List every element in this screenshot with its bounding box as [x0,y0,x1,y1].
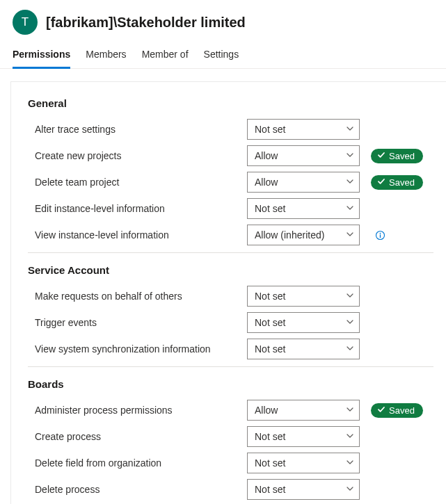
permission-select[interactable]: Not set [247,339,360,359]
permissions-panel: GeneralAlter trace settingsNot setCreate… [10,81,446,504]
permission-label: View system synchronization information [28,339,240,359]
permission-row: Create processNot set [28,423,433,450]
svg-point-1 [380,232,381,234]
section: Alter trace settingsNot setCreate new pr… [28,116,433,253]
permission-label: Create new projects [28,146,240,165]
permission-select[interactable]: Not set [247,426,360,447]
permission-select-value[interactable]: Not set [247,426,360,447]
svg-rect-2 [380,234,381,238]
permission-label: Delete process [28,480,240,499]
permission-select-value[interactable]: Allow [247,172,360,193]
permission-row: Alter trace settingsNot set [28,116,433,143]
permission-label: View instance-level information [28,225,240,245]
saved-badge: Saved [371,149,423,163]
section-title: Service Account [28,264,433,276]
permission-row: Create new projectsAllowSaved [28,143,433,169]
permission-row: Delete team projectAllowSaved [28,169,433,195]
saved-badge: Saved [371,403,423,418]
permission-select-value[interactable]: Not set [247,119,360,140]
permission-select[interactable]: Not set [247,312,360,333]
permission-select[interactable]: Not set [247,198,360,219]
avatar: T [13,10,38,35]
permission-select-value[interactable]: Allow (inherited) [247,225,360,245]
permission-label: Trigger events [28,313,240,332]
permission-select[interactable]: Not set [247,286,360,307]
permission-label: Make requests on behalf of others [28,286,240,306]
saved-label: Saved [389,151,415,161]
permission-select[interactable]: Allow [247,400,360,421]
permission-row: Administer process permissionsAllowSaved [28,397,433,423]
section-title: General [28,97,433,109]
page-title: [fabrikam]\Stakeholder limited [46,15,246,31]
permission-label: Administer process permissions [28,400,240,420]
permission-row: Make requests on behalf of othersNot set [28,283,433,309]
tab-member-of[interactable]: Member of [142,42,189,69]
permission-select[interactable]: Not set [247,453,360,473]
permission-select[interactable]: Not set [247,479,360,500]
title-org: [fabrikam] [46,15,113,30]
permission-select[interactable]: Allow [247,145,360,166]
tab-members[interactable]: Members [86,42,126,69]
permission-row: Edit instance-level informationNot set [28,195,433,222]
section: Make requests on behalf of othersNot set… [28,283,433,367]
section: Administer process permissionsAllowSaved… [28,397,433,504]
permission-select-value[interactable]: Not set [247,479,360,500]
title-group: \Stakeholder limited [113,15,246,30]
info-icon[interactable] [375,230,385,241]
permission-select-value[interactable]: Not set [247,312,360,333]
permission-label: Delete field from organization [28,453,240,473]
permission-row: Trigger eventsNot set [28,309,433,336]
check-icon [377,177,385,188]
avatar-letter: T [22,15,29,29]
permission-select-value[interactable]: Not set [247,453,360,473]
permission-label: Edit instance-level information [28,199,240,218]
permission-row: Delete processNot set [28,476,433,503]
check-icon [377,405,385,416]
permission-row: View system synchronization informationN… [28,336,433,362]
permission-select-value[interactable]: Not set [247,339,360,359]
saved-label: Saved [389,177,415,188]
permission-select[interactable]: Not set [247,119,360,140]
permission-row: Delete field from organizationNot set [28,450,433,476]
page-header: T [fabrikam]\Stakeholder limited [0,0,446,42]
permission-label: Create process [28,427,240,446]
saved-badge: Saved [371,175,423,190]
check-icon [377,151,385,161]
permission-select-value[interactable]: Allow [247,400,360,421]
permission-select[interactable]: Allow (inherited) [247,225,360,245]
tab-settings[interactable]: Settings [204,42,239,69]
tab-permissions[interactable]: Permissions [13,42,70,69]
tab-bar: PermissionsMembersMember ofSettings [0,42,446,69]
permission-select-value[interactable]: Not set [247,198,360,219]
permission-label: Delete team project [28,172,240,192]
permission-select-value[interactable]: Not set [247,286,360,307]
permission-label: Alter trace settings [28,120,240,139]
section-title: Boards [28,378,433,390]
permission-row: View instance-level informationAllow (in… [28,222,433,248]
permission-select-value[interactable]: Allow [247,145,360,166]
saved-label: Saved [389,405,415,416]
permission-select[interactable]: Allow [247,172,360,193]
